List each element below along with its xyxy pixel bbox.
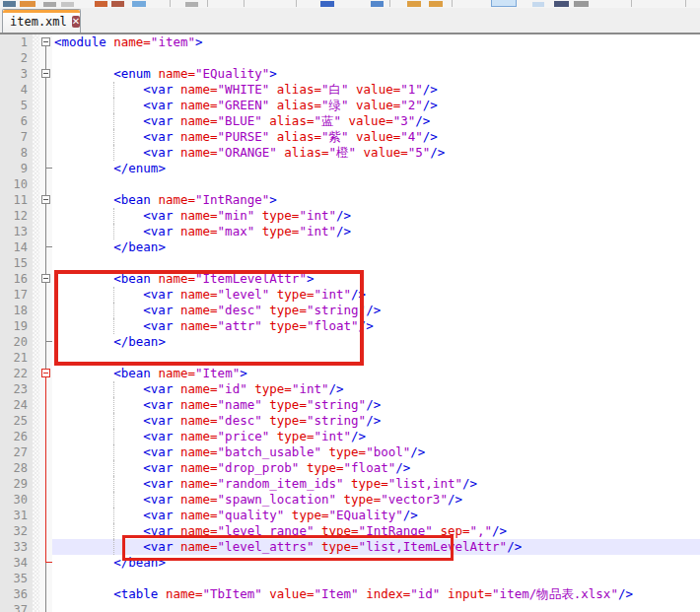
code-text[interactable] (52, 350, 700, 366)
bookmark-margin[interactable] (33, 303, 39, 318)
fold-margin[interactable] (39, 145, 52, 161)
toolbar-icon-fragment[interactable] (554, 1, 569, 7)
fold-toggle-icon[interactable] (41, 369, 50, 377)
code-text[interactable] (52, 50, 700, 66)
fold-margin[interactable] (39, 571, 52, 586)
fold-margin[interactable] (39, 192, 52, 208)
code-text[interactable] (52, 176, 700, 192)
code-editor[interactable]: 1<module name="item">2 3 <enum name="EQu… (0, 34, 700, 612)
bookmark-margin[interactable] (33, 586, 39, 602)
bookmark-margin[interactable] (33, 397, 39, 413)
bookmark-margin[interactable] (33, 224, 39, 239)
bookmark-margin[interactable] (33, 161, 39, 176)
code-text[interactable]: <var name="BLUE" alias="蓝" value="3"/> (52, 113, 700, 129)
fold-margin[interactable] (39, 82, 52, 98)
bookmark-margin[interactable] (33, 98, 39, 113)
fold-toggle-icon[interactable] (41, 69, 50, 78)
fold-margin[interactable] (39, 350, 52, 366)
bookmark-margin[interactable] (33, 50, 39, 66)
code-text[interactable]: <var name="level_attrs" type="list,ItemL… (52, 539, 700, 555)
bookmark-margin[interactable] (33, 476, 39, 492)
code-text[interactable]: <var name="PURSE" alias="紫" value="4"/> (52, 129, 700, 145)
toolbar-icon-fragment[interactable] (132, 1, 146, 7)
fold-margin[interactable] (39, 429, 52, 444)
fold-toggle-icon[interactable] (41, 274, 50, 283)
bookmark-margin[interactable] (33, 334, 39, 350)
bookmark-margin[interactable] (33, 208, 39, 224)
bookmark-margin[interactable] (33, 82, 39, 98)
bookmark-margin[interactable] (33, 460, 39, 476)
code-text[interactable] (52, 571, 700, 586)
bookmark-margin[interactable] (33, 350, 39, 366)
toolbar-icon-fragment[interactable] (320, 1, 334, 7)
toolbar-icon-fragment[interactable] (185, 2, 198, 7)
code-text[interactable]: <var name="WHITE" alias="白" value="1"/> (52, 82, 700, 98)
bookmark-margin[interactable] (33, 66, 39, 82)
fold-margin[interactable] (39, 129, 52, 145)
fold-margin[interactable] (39, 318, 52, 334)
fold-margin[interactable] (39, 586, 52, 602)
bookmark-margin[interactable] (33, 602, 39, 612)
toolbar-icon-fragment[interactable] (3, 1, 16, 7)
bookmark-margin[interactable] (33, 429, 39, 444)
fold-margin[interactable] (39, 366, 52, 381)
code-text[interactable]: <var name="level" type="int"/> (52, 287, 700, 303)
bookmark-margin[interactable] (33, 381, 39, 397)
bookmark-margin[interactable] (33, 113, 39, 129)
fold-margin[interactable] (39, 334, 52, 350)
toolbar-icon-fragment[interactable] (20, 1, 35, 7)
fold-margin[interactable] (39, 523, 52, 539)
fold-margin[interactable] (39, 34, 52, 50)
code-text[interactable] (52, 602, 700, 612)
toolbar-icon-fragment[interactable] (61, 2, 74, 7)
toolbar-icon-fragment[interactable] (574, 1, 589, 7)
bookmark-margin[interactable] (33, 318, 39, 334)
fold-toggle-icon[interactable] (41, 37, 50, 46)
fold-margin[interactable] (39, 208, 52, 224)
code-text[interactable]: <module name="item"> (52, 34, 700, 50)
fold-margin[interactable] (39, 271, 52, 287)
bookmark-margin[interactable] (33, 271, 39, 287)
fold-margin[interactable] (39, 397, 52, 413)
code-text[interactable]: </bean> (52, 334, 700, 350)
bookmark-margin[interactable] (33, 571, 39, 586)
code-text[interactable]: <var name="attr" type="float"/> (52, 318, 700, 334)
bookmark-margin[interactable] (33, 413, 39, 429)
code-text[interactable]: <var name="desc" type="string"/> (52, 303, 700, 318)
fold-margin[interactable] (39, 66, 52, 82)
code-text[interactable]: </enum> (52, 161, 700, 176)
fold-margin[interactable] (39, 98, 52, 113)
code-text[interactable]: <var name="level_range" type="IntRange" … (52, 523, 700, 539)
toolbar-icon-fragment[interactable] (95, 1, 107, 7)
fold-margin[interactable] (39, 113, 52, 129)
bookmark-margin[interactable] (33, 129, 39, 145)
bookmark-margin[interactable] (33, 287, 39, 303)
toolbar-icon-fragment[interactable] (43, 2, 56, 7)
bookmark-margin[interactable] (33, 508, 39, 523)
toolbar-icon-fragment[interactable] (111, 1, 124, 7)
code-text[interactable]: <var name="quality" type="EQuality"/> (52, 508, 700, 523)
fold-margin[interactable] (39, 381, 52, 397)
fold-margin[interactable] (39, 602, 52, 612)
bookmark-margin[interactable] (33, 539, 39, 555)
code-text[interactable]: <bean name="Item"> (52, 366, 700, 381)
fold-margin[interactable] (39, 508, 52, 523)
code-text[interactable]: <bean name="IntRange"> (52, 192, 700, 208)
code-text[interactable]: <enum name="EQuality"> (52, 66, 700, 82)
fold-margin[interactable] (39, 224, 52, 239)
toolbar-icon-fragment[interactable] (491, 0, 517, 7)
toolbar-icon-fragment[interactable] (429, 1, 443, 7)
bookmark-margin[interactable] (33, 555, 39, 571)
toolbar-icon-fragment[interactable] (532, 2, 544, 7)
code-text[interactable]: </bean> (52, 555, 700, 571)
fold-margin[interactable] (39, 176, 52, 192)
toolbar-icon-fragment[interactable] (407, 1, 421, 7)
bookmark-margin[interactable] (33, 366, 39, 381)
bookmark-margin[interactable] (33, 34, 39, 50)
tab-item-xml[interactable]: item.xml ✕ (2, 9, 81, 33)
bookmark-margin[interactable] (33, 523, 39, 539)
fold-margin[interactable] (39, 255, 52, 271)
fold-margin[interactable] (39, 539, 52, 555)
fold-margin[interactable] (39, 50, 52, 66)
bookmark-margin[interactable] (33, 492, 39, 508)
